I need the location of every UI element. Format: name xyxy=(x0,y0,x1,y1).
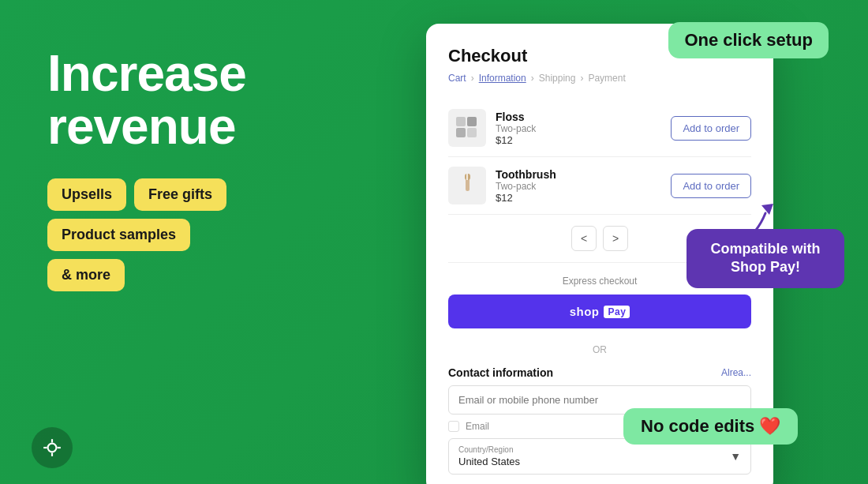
already-link[interactable]: Alrea... xyxy=(721,367,751,378)
breadcrumb-information[interactable]: Information xyxy=(479,73,526,84)
tags-row-2: Product samples xyxy=(47,219,300,251)
no-code-callout: No code edits ❤️ xyxy=(623,408,798,445)
tags-row-3: & more xyxy=(47,259,300,291)
email-checkbox[interactable] xyxy=(448,421,459,432)
compatible-callout: Compatible with Shop Pay! xyxy=(687,229,844,288)
scan-icon xyxy=(42,437,62,458)
svg-rect-6 xyxy=(467,117,477,126)
product-price-floss: $12 xyxy=(496,134,661,146)
or-divider: OR xyxy=(448,336,751,363)
svg-rect-8 xyxy=(467,128,477,137)
tag-free-gifts[interactable]: Free gifts xyxy=(134,178,226,211)
breadcrumb-cart[interactable]: Cart xyxy=(448,73,466,84)
svg-rect-5 xyxy=(456,117,466,126)
product-thumb-floss xyxy=(448,109,486,147)
product-price-toothbrush: $12 xyxy=(496,192,661,204)
shop-text: shop xyxy=(570,305,600,318)
tag-more[interactable]: & more xyxy=(47,259,125,291)
product-info-floss: Floss Two-pack $12 xyxy=(496,111,661,146)
svg-rect-7 xyxy=(456,128,466,137)
chevron-down-icon: ▼ xyxy=(730,450,741,463)
headline: Increase revenue xyxy=(47,47,300,153)
sep3: › xyxy=(580,73,583,84)
email-label: Email xyxy=(466,421,489,432)
tags-row-1: Upsells Free gifts xyxy=(47,178,300,211)
product-desc-floss: Two-pack xyxy=(496,123,661,134)
product-name-toothbrush: Toothbrush xyxy=(496,168,661,181)
add-to-order-floss[interactable]: Add to order xyxy=(671,116,751,141)
pay-badge: Pay xyxy=(604,306,630,318)
svg-marker-12 xyxy=(761,204,773,215)
scan-icon-button[interactable] xyxy=(32,427,73,468)
product-name-floss: Floss xyxy=(496,111,661,123)
breadcrumb-shipping: Shipping xyxy=(539,73,576,84)
breadcrumb: Cart › Information › Shipping › Payment xyxy=(448,73,751,84)
left-panel: Increase revenue Upsells Free gifts Prod… xyxy=(0,0,331,484)
product-desc-toothbrush: Two-pack xyxy=(496,181,661,192)
product-item-floss: Floss Two-pack $12 Add to order xyxy=(448,99,751,157)
toothbrush-icon xyxy=(453,171,481,200)
prev-page-button[interactable]: < xyxy=(571,226,597,251)
sep1: › xyxy=(471,73,474,84)
right-panel: One click setup Checkout Cart › Informat… xyxy=(331,0,868,484)
tag-product-samples[interactable]: Product samples xyxy=(47,219,190,251)
contact-label: Contact information xyxy=(448,366,553,379)
main-container: Increase revenue Upsells Free gifts Prod… xyxy=(0,0,868,484)
product-thumb-toothbrush xyxy=(448,167,486,204)
product-info-toothbrush: Toothbrush Two-pack $12 xyxy=(496,168,661,204)
add-to-order-toothbrush[interactable]: Add to order xyxy=(671,174,751,198)
shop-pay-button[interactable]: shop Pay xyxy=(448,295,751,328)
sep2: › xyxy=(531,73,534,84)
one-click-callout: One click setup xyxy=(668,22,829,58)
country-label: Country/Region xyxy=(458,445,520,454)
svg-point-0 xyxy=(48,444,57,452)
next-page-button[interactable]: > xyxy=(603,226,628,251)
contact-header: Contact information Alrea... xyxy=(448,366,751,379)
tags-container: Upsells Free gifts Product samples & mor… xyxy=(47,178,300,291)
floss-icon xyxy=(453,114,481,142)
breadcrumb-payment: Payment xyxy=(588,73,625,84)
country-value: United States xyxy=(458,456,520,467)
tag-upsells[interactable]: Upsells xyxy=(47,178,126,211)
